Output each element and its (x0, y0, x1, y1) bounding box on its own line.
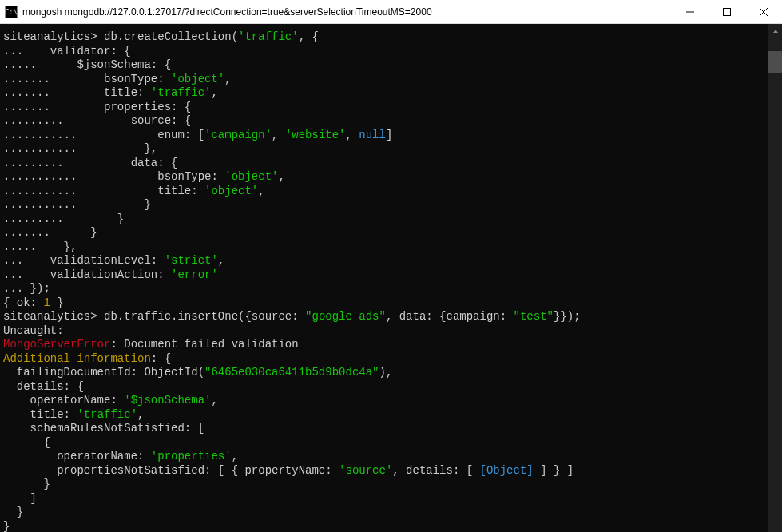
terminal-output[interactable]: siteanalytics> db.createCollection('traf… (0, 24, 768, 532)
terminal-text: ....... bsonType: (3, 73, 171, 85)
terminal-text: , (211, 394, 217, 407)
terminal-text: { (3, 436, 50, 449)
terminal-text: Uncaught: (3, 324, 64, 337)
terminal-line: operatorName: '$jsonSchema', (3, 394, 768, 408)
terminal-text: ......... } (3, 212, 124, 225)
terminal-text: , (224, 73, 231, 85)
terminal-text: } (3, 520, 10, 533)
terminal-line: } (3, 506, 768, 520)
terminal-line: title: 'traffic', (3, 408, 768, 423)
terminal-text: [Object] (480, 464, 534, 477)
terminal-line: ... validationAction: 'error' (3, 268, 768, 283)
terminal-text: } (3, 506, 23, 518)
terminal-text: ... validationAction: (3, 268, 171, 281)
terminal-text: ........... } (3, 198, 151, 211)
terminal-line: ] (3, 492, 768, 506)
terminal-text: { ok: (3, 296, 43, 309)
terminal-text: 'website' (285, 129, 346, 141)
terminal-text: 'campaign' (204, 129, 272, 141)
terminal-text: }}); (554, 310, 581, 323)
maximize-button[interactable] (709, 0, 745, 23)
terminal-line: } (3, 478, 768, 492)
terminal-text: ... validationLevel: (3, 254, 165, 267)
terminal-line: ..... $jsonSchema: { (3, 58, 768, 73)
terminal-text: , { (299, 30, 319, 43)
terminal-text: schemaRulesNotSatisfied: [ (3, 422, 204, 435)
window-titlebar: C:\ mongosh mongodb://127.0.0.1:27017/?d… (0, 0, 782, 24)
terminal-text: , (258, 185, 264, 197)
terminal-line: ... validationLevel: 'strict', (3, 254, 768, 268)
terminal-text: ......... source: { (3, 114, 191, 127)
terminal-text: : { (151, 352, 171, 365)
terminal-line: Additional information: { (3, 352, 768, 367)
terminal-text: 'properties' (151, 450, 232, 463)
terminal-text: 'traffic' (77, 408, 137, 421)
terminal-line: ... }); (3, 282, 768, 296)
terminal-text: MongoServerError (3, 338, 110, 351)
window-controls (672, 0, 782, 23)
terminal-text: ........... }, (3, 142, 157, 155)
terminal-line: MongoServerError: Document failed valida… (3, 338, 768, 352)
terminal-text: , (211, 86, 217, 99)
terminal-text: : Document failed validation (110, 338, 298, 351)
app-icon: C:\ (5, 6, 18, 18)
terminal-text: , (232, 450, 238, 463)
svg-marker-4 (773, 30, 778, 33)
terminal-text: ........... bsonType: (3, 170, 224, 183)
terminal-text: } (3, 478, 50, 490)
terminal-text: failingDocumentId: ObjectId( (3, 366, 204, 379)
close-button[interactable] (745, 0, 782, 23)
terminal-text: propertiesNotSatisfied: [ { propertyName… (3, 464, 339, 477)
terminal-text: ..... $jsonSchema: { (3, 58, 171, 71)
terminal-text: ... }); (3, 282, 50, 295)
terminal-text: 'object' (204, 185, 258, 197)
terminal-line: Uncaught: (3, 324, 768, 339)
terminal-line: ........... title: 'object', (3, 185, 768, 199)
terminal-text: 'strict' (165, 254, 218, 267)
terminal-text: ........... title: (3, 185, 204, 197)
scroll-up-arrow[interactable] (768, 24, 782, 38)
terminal-line: ....... properties: { (3, 101, 768, 115)
terminal-text: , (137, 408, 144, 421)
terminal-text: 1 (43, 296, 50, 309)
terminal-line: ......... } (3, 212, 768, 227)
terminal-line: propertiesNotSatisfied: [ { propertyName… (3, 464, 768, 478)
terminal-text: siteanalytics> (3, 30, 97, 43)
terminal-text: title: (3, 408, 77, 421)
terminal-text: '$jsonSchema' (124, 394, 211, 407)
terminal-text: operatorName: (3, 394, 124, 407)
terminal-line: ..... }, (3, 240, 768, 255)
terminal-text: , data: {campaign: (386, 310, 514, 323)
terminal-text: details: { (3, 380, 84, 393)
terminal-text: operatorName: (3, 450, 151, 463)
terminal-line: ....... title: 'traffic', (3, 86, 768, 101)
terminal-text: "test" (514, 310, 554, 323)
vertical-scrollbar[interactable] (768, 24, 782, 532)
terminal-line: { ok: 1 } (3, 296, 768, 311)
terminal-line: } (3, 520, 768, 533)
terminal-text: ......... data: { (3, 157, 177, 169)
terminal-line: { (3, 436, 768, 451)
svg-rect-1 (724, 8, 731, 15)
terminal-text: ] } ] (534, 464, 574, 477)
terminal-text: , details: [ (392, 464, 479, 477)
terminal-text: , (346, 129, 359, 141)
terminal-line: ... validator: { (3, 45, 768, 59)
scrollbar-thumb[interactable] (768, 51, 782, 73)
terminal-text: ........... enum: [ (3, 129, 204, 141)
terminal-text: 'source' (339, 464, 392, 477)
terminal-text: ... validator: { (3, 45, 131, 58)
terminal-text: , (278, 170, 284, 183)
terminal-line: operatorName: 'properties', (3, 450, 768, 464)
minimize-button[interactable] (672, 0, 709, 23)
terminal-text: db.createCollection( (97, 30, 238, 43)
terminal-text: 'traffic' (238, 30, 299, 43)
terminal-text: , (218, 254, 224, 267)
window-title: mongosh mongodb://127.0.0.1:27017/?direc… (22, 6, 672, 18)
terminal-text: 'error' (171, 268, 218, 281)
terminal-line: ........... enum: ['campaign', 'website'… (3, 129, 768, 143)
terminal-text: null (359, 129, 386, 141)
terminal-line: siteanalytics> db.traffic.insertOne({sou… (3, 310, 768, 324)
terminal-line: schemaRulesNotSatisfied: [ (3, 422, 768, 436)
terminal-line: ....... } (3, 226, 768, 240)
